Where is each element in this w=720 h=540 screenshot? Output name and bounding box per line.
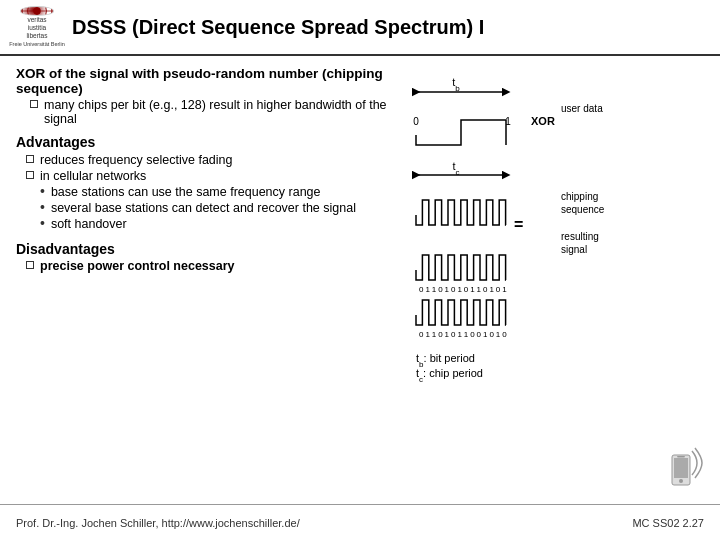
- svg-text:0: 0: [464, 285, 469, 294]
- footer: Prof. Dr.-Ing. Jochen Schiller, http://w…: [0, 504, 720, 540]
- disadvantages-title: Disadvantages: [16, 241, 396, 257]
- svg-text:0: 0: [470, 330, 475, 339]
- footer-right: MC SS02 2.27: [632, 517, 704, 529]
- disadvantage-label-1: precise power control necessary: [40, 259, 235, 273]
- xor-section: XOR of the signal with pseudo-random num…: [16, 66, 396, 126]
- svg-text:0: 0: [451, 330, 456, 339]
- svg-text:1: 1: [432, 330, 437, 339]
- sub-bullet-dot-3: •: [40, 216, 45, 230]
- sub-bullet-text-1: base stations can use the same frequency…: [51, 185, 321, 199]
- sub-bullet-2: • several base stations can detect and r…: [40, 201, 396, 215]
- main-content: XOR of the signal with pseudo-random num…: [0, 56, 720, 502]
- left-column: XOR of the signal with pseudo-random num…: [16, 66, 396, 496]
- logo-area: ✦ veritas iustitia libertas Freie Univer…: [12, 6, 62, 48]
- advantage-label-1: reduces frequency selective fading: [40, 153, 232, 167]
- svg-text:1: 1: [464, 330, 469, 339]
- disadvantage-bullet-1: [26, 261, 34, 269]
- svg-text:1: 1: [496, 330, 501, 339]
- xor-bullet: [30, 100, 38, 108]
- advantage-label-2: in cellular networks: [40, 169, 146, 183]
- svg-text:chipping: chipping: [561, 191, 598, 202]
- disadvantages-section: Disadvantages precise power control nece…: [16, 237, 396, 275]
- svg-text:1: 1: [457, 285, 462, 294]
- svg-text:resulting: resulting: [561, 231, 599, 242]
- svg-text:signal: signal: [561, 244, 587, 255]
- svg-text:1: 1: [477, 285, 482, 294]
- advantage-bullet-2: [26, 171, 34, 179]
- advantages-section: Advantages reduces frequency selective f…: [16, 134, 396, 233]
- university-text: veritas iustitia libertas Freie Universi…: [9, 16, 65, 48]
- phone-icon: [664, 445, 704, 493]
- svg-text:0: 0: [438, 330, 443, 339]
- advantage-item-1: reduces frequency selective fading: [16, 153, 396, 167]
- svg-text:tc: chip period: tc: chip period: [416, 367, 483, 384]
- sub-bullet-1: • base stations can use the same frequen…: [40, 185, 396, 199]
- svg-text:1: 1: [483, 330, 488, 339]
- disadvantage-item-1: precise power control necessary: [16, 259, 396, 273]
- xor-sub: many chips per bit (e.g., 128) result in…: [44, 98, 396, 126]
- sub-bullet-text-3: soft handover: [51, 217, 127, 231]
- diagrams-svg: tb 0 1 XOR user data tc: [406, 70, 676, 400]
- svg-text:tb: tb: [452, 76, 460, 93]
- right-column: tb 0 1 XOR user data tc: [406, 66, 704, 496]
- phone-icon-area: [664, 445, 704, 496]
- sub-bullet-text-2: several base stations can detect and rec…: [51, 201, 356, 215]
- svg-rect-51: [674, 458, 688, 478]
- svg-text:1: 1: [489, 285, 494, 294]
- svg-text:user data: user data: [561, 103, 603, 114]
- svg-text:0: 0: [419, 330, 424, 339]
- svg-text:1: 1: [432, 285, 437, 294]
- svg-text:1: 1: [425, 330, 430, 339]
- svg-text:0: 0: [489, 330, 494, 339]
- svg-text:0: 0: [413, 116, 419, 127]
- svg-point-52: [679, 479, 683, 483]
- header: ✦ veritas iustitia libertas Freie Univer…: [0, 0, 720, 56]
- svg-text:0: 0: [438, 285, 443, 294]
- svg-text:tc: tc: [452, 160, 459, 177]
- svg-text:0: 0: [483, 285, 488, 294]
- svg-text:0: 0: [419, 285, 424, 294]
- svg-text:sequence: sequence: [561, 204, 605, 215]
- sub-bullet-dot-2: •: [40, 200, 45, 214]
- page-title: DSSS (Direct Sequence Spread Spectrum) I: [72, 16, 708, 39]
- logo-box: ✦ veritas iustitia libertas Freie Univer…: [12, 6, 62, 48]
- svg-text:XOR: XOR: [531, 115, 555, 127]
- footer-left: Prof. Dr.-Ing. Jochen Schiller, http://w…: [16, 517, 300, 529]
- university-logo: ✦: [20, 6, 54, 16]
- advantage-bullet-1: [26, 155, 34, 163]
- svg-text:1: 1: [425, 285, 430, 294]
- svg-text:1: 1: [470, 285, 475, 294]
- svg-rect-53: [677, 456, 685, 458]
- advantages-title: Advantages: [16, 134, 396, 150]
- svg-text:1: 1: [457, 330, 462, 339]
- svg-text:0: 0: [477, 330, 482, 339]
- sub-bullet-dot-1: •: [40, 184, 45, 198]
- sub-bullet-3: • soft handover: [40, 217, 396, 231]
- svg-text:=: =: [514, 216, 523, 233]
- advantage-item-2: in cellular networks: [16, 169, 396, 183]
- svg-text:0: 0: [451, 285, 456, 294]
- svg-text:0: 0: [496, 285, 501, 294]
- sub-bullets: • base stations can use the same frequen…: [16, 185, 396, 231]
- svg-text:0: 0: [502, 330, 507, 339]
- svg-text:1: 1: [445, 330, 450, 339]
- xor-title: XOR of the signal with pseudo-random num…: [16, 66, 396, 96]
- svg-text:1: 1: [502, 285, 507, 294]
- svg-text:1: 1: [445, 285, 450, 294]
